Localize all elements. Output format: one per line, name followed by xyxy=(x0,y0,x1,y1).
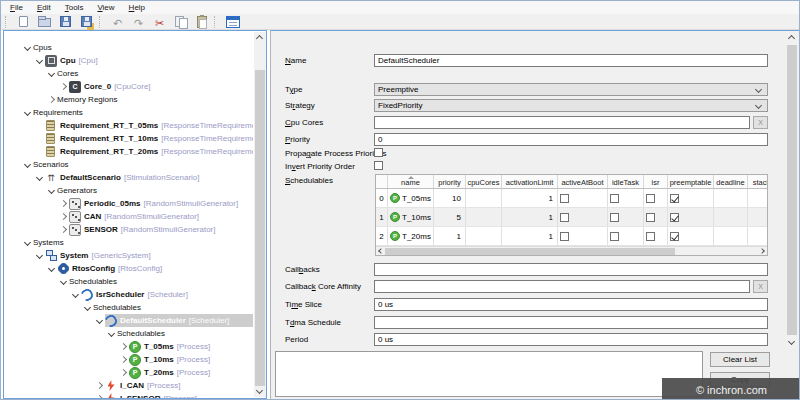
form-vertical-scrollbar[interactable] xyxy=(786,32,798,348)
cell-cpuCores[interactable] xyxy=(466,227,502,245)
cpu-cores-input[interactable] xyxy=(374,116,750,129)
name-input[interactable] xyxy=(374,54,768,67)
collapse-icon[interactable] xyxy=(58,275,69,288)
redo-button[interactable] xyxy=(128,15,149,29)
cell-preemptable[interactable] xyxy=(668,208,714,226)
undo-button[interactable] xyxy=(107,15,128,29)
callbacks-input[interactable] xyxy=(374,263,768,276)
collapse-icon[interactable] xyxy=(22,236,33,249)
cell-idleTask[interactable] xyxy=(608,208,644,226)
isr-checkbox[interactable] xyxy=(646,194,655,203)
preemptable-checkbox[interactable] xyxy=(670,194,679,203)
tree-item-cores[interactable]: Cores xyxy=(4,67,253,80)
activeAtBoot-checkbox[interactable] xyxy=(560,232,569,241)
menu-tools[interactable]: Tools xyxy=(58,2,91,13)
column-header-idleTask[interactable]: idleTask xyxy=(608,175,644,188)
menu-file[interactable]: File xyxy=(3,2,30,13)
cpu-cores-clear-button[interactable]: X xyxy=(753,116,768,129)
type-combo[interactable]: Preemptive xyxy=(374,83,768,96)
collapse-icon[interactable] xyxy=(46,67,57,80)
tree-item-requirement-rt-t-20ms[interactable]: Requirement_RT_T_20ms[ResponseTimeRequir… xyxy=(4,145,253,158)
menu-help[interactable]: Help xyxy=(122,2,152,13)
column-header-activationLimit[interactable]: activationLimit xyxy=(502,175,558,188)
collapse-icon[interactable] xyxy=(46,184,57,197)
tree-item-t-20ms[interactable]: PT_20ms[Process] xyxy=(4,366,253,379)
expand-icon[interactable] xyxy=(58,197,69,210)
collapse-icon[interactable] xyxy=(22,41,33,54)
tree-vertical-scrollbar[interactable] xyxy=(254,32,266,397)
collapse-icon[interactable] xyxy=(94,314,105,327)
expand-icon[interactable] xyxy=(118,366,129,379)
cell-isr[interactable] xyxy=(644,227,668,245)
menu-edit[interactable]: Edit xyxy=(30,2,58,13)
period-input[interactable] xyxy=(374,333,768,346)
expand-icon[interactable] xyxy=(94,392,105,398)
tree-item-generators[interactable]: Generators xyxy=(4,184,253,197)
cell-deadline[interactable] xyxy=(714,208,748,226)
invert-priority-order-checkbox[interactable] xyxy=(374,161,383,170)
cell-name[interactable]: PT_05ms xyxy=(388,189,434,207)
expand-icon[interactable] xyxy=(94,379,105,392)
collapse-icon[interactable] xyxy=(46,262,57,275)
copy-button[interactable] xyxy=(170,15,191,29)
tree-item-systems[interactable]: Systems xyxy=(4,236,253,249)
callback-core-affinity-input[interactable] xyxy=(374,280,750,293)
column-header-preemptable[interactable]: preemptable xyxy=(668,175,714,188)
cell-idleTask[interactable] xyxy=(608,227,644,245)
expand-icon[interactable] xyxy=(46,93,57,106)
collapse-icon[interactable] xyxy=(34,54,45,67)
cell-name[interactable]: PT_10ms xyxy=(388,208,434,226)
tree-item-cpus[interactable]: Cpus xyxy=(4,41,253,54)
tree-item-schedulables[interactable]: Schedulables xyxy=(4,275,253,288)
schedulables-row-t_10ms[interactable]: 1PT_10ms51 xyxy=(376,208,767,227)
properties-editor-button[interactable] xyxy=(222,15,243,29)
cut-button[interactable] xyxy=(149,15,170,29)
cell-name[interactable]: PT_20ms xyxy=(388,227,434,245)
cell-deadline[interactable] xyxy=(714,227,748,245)
column-header-activeAtBoot[interactable]: activeAtBoot xyxy=(558,175,608,188)
column-header-deadline[interactable]: deadline xyxy=(714,175,748,188)
propagate-priorities-checkbox[interactable] xyxy=(374,148,383,157)
scroll-right-icon[interactable] xyxy=(758,247,767,255)
idleTask-checkbox[interactable] xyxy=(610,232,619,241)
column-header-priority[interactable]: priority xyxy=(434,175,466,188)
paste-button[interactable] xyxy=(191,15,212,29)
activeAtBoot-checkbox[interactable] xyxy=(560,213,569,222)
collapse-icon[interactable] xyxy=(106,327,117,340)
strategy-combo[interactable]: FixedPriority xyxy=(374,99,768,112)
expand-icon[interactable] xyxy=(58,80,69,93)
new-document-button[interactable] xyxy=(13,15,34,29)
table-horizontal-scrollbar[interactable] xyxy=(376,246,767,255)
idleTask-checkbox[interactable] xyxy=(610,213,619,222)
save-button[interactable] xyxy=(55,15,76,29)
tree-item-schedulables[interactable]: Schedulables xyxy=(4,327,253,340)
tree-item-sensor[interactable]: SENSOR[RandomStimuliGenerator] xyxy=(4,223,253,236)
tree-item-t-10ms[interactable]: PT_10ms[Process] xyxy=(4,353,253,366)
tree-item-requirement-rt-t-05ms[interactable]: Requirement_RT_T_05ms[ResponseTimeRequir… xyxy=(4,119,253,132)
cell-activeAtBoot[interactable] xyxy=(558,208,608,226)
tdma-schedule-input[interactable] xyxy=(374,316,768,329)
collapse-icon[interactable] xyxy=(22,106,33,119)
column-header-cpuCores[interactable]: cpuCores xyxy=(466,175,502,188)
isr-checkbox[interactable] xyxy=(646,213,655,222)
tree-item-defaultscheduler[interactable]: DefaultScheduler[Scheduler] xyxy=(4,314,253,327)
cell-priority[interactable]: 1 xyxy=(434,227,466,245)
tree-item-schedulables[interactable]: Schedulables xyxy=(4,301,253,314)
tree-item-rtosconfig[interactable]: RtosConfig[RtosConfig] xyxy=(4,262,253,275)
cell-activeAtBoot[interactable] xyxy=(558,227,608,245)
column-header-stack[interactable]: stack xyxy=(748,175,768,188)
clear-list-button[interactable]: Clear List xyxy=(710,352,770,367)
expand-icon[interactable] xyxy=(58,210,69,223)
tree-item-isrscheduler[interactable]: IsrScheduler[Scheduler] xyxy=(4,288,253,301)
preemptable-checkbox[interactable] xyxy=(670,213,679,222)
collapse-icon[interactable] xyxy=(34,249,45,262)
save-as-button[interactable] xyxy=(76,15,97,29)
cell-activationLimit[interactable]: 1 xyxy=(502,189,558,207)
cell-stack[interactable] xyxy=(748,189,768,207)
expand-icon[interactable] xyxy=(58,223,69,236)
cell-preemptable[interactable] xyxy=(668,189,714,207)
cell-cpuCores[interactable] xyxy=(466,189,502,207)
scroll-left-icon[interactable] xyxy=(376,247,385,255)
cell-activationLimit[interactable]: 1 xyxy=(502,227,558,245)
tree-item-scenarios[interactable]: Scenarios xyxy=(4,158,253,171)
